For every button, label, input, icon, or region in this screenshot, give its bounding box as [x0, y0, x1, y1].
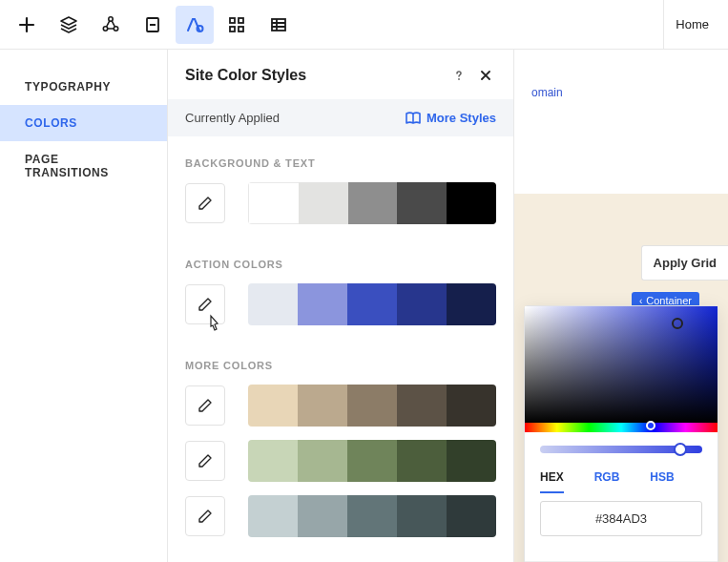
action-swatches[interactable]	[248, 283, 496, 325]
swatch[interactable]	[397, 495, 447, 537]
layers-tool[interactable]	[50, 6, 88, 44]
tab-rgb[interactable]: RGB	[594, 470, 620, 493]
bgtext-swatches[interactable]	[248, 182, 496, 224]
color-field[interactable]	[525, 306, 718, 423]
color-styles-panel: Site Color Styles Currently Applied More…	[168, 50, 514, 562]
more-swatches-1[interactable]	[248, 385, 496, 427]
tab-label: RGB	[594, 470, 620, 484]
svg-rect-7	[239, 18, 243, 23]
page-tool[interactable]	[134, 6, 172, 44]
opacity-slider[interactable]	[540, 446, 702, 453]
swatch[interactable]	[397, 385, 447, 427]
edit-more-3-button[interactable]	[185, 496, 225, 536]
more-styles-label: More Styles	[426, 111, 496, 125]
nav-item-label: TYPOGRAPHY	[25, 80, 111, 94]
swatch[interactable]	[248, 440, 298, 482]
nav-colors[interactable]: COLORS	[0, 105, 167, 141]
apply-grid-label: Apply Grid	[654, 256, 717, 270]
domain-link[interactable]: omain	[531, 86, 563, 99]
swatch[interactable]	[348, 182, 398, 224]
svg-rect-4	[150, 24, 156, 26]
swatch[interactable]	[347, 385, 397, 427]
swatch[interactable]	[298, 440, 347, 482]
swatch[interactable]	[298, 283, 347, 325]
swatch[interactable]	[298, 385, 347, 427]
edit-more-2-button[interactable]	[185, 441, 225, 481]
more-swatches-2[interactable]	[248, 440, 496, 482]
svg-rect-8	[230, 27, 235, 31]
home-link[interactable]: Home	[663, 0, 720, 49]
svg-point-0	[109, 16, 113, 20]
color-picker-popover: HEX RGB HSB Cancel Apply	[524, 305, 718, 562]
canvas-area: omain Apply Grid ‹ Container HEX RG	[514, 50, 728, 562]
swatch[interactable]	[347, 440, 397, 482]
swatch[interactable]	[447, 182, 496, 224]
book-icon	[406, 112, 421, 125]
svg-rect-9	[239, 27, 243, 31]
more-swatches-3[interactable]	[248, 495, 496, 537]
svg-rect-10	[272, 19, 285, 31]
top-toolbar: Home	[0, 0, 728, 50]
swatch[interactable]	[347, 283, 397, 325]
edit-bgtext-button[interactable]	[185, 183, 225, 223]
swatch[interactable]	[447, 385, 496, 427]
svg-point-11	[458, 78, 460, 80]
home-label: Home	[676, 17, 709, 31]
section-title-bgtext: BACKGROUND & TEXT	[185, 157, 496, 169]
tab-label: HEX	[540, 470, 564, 484]
table-tool[interactable]	[260, 6, 298, 44]
swatch[interactable]	[248, 182, 299, 224]
swatch[interactable]	[299, 182, 348, 224]
share-tool[interactable]	[92, 6, 130, 44]
more-styles-link[interactable]: More Styles	[406, 111, 496, 125]
svg-rect-6	[230, 18, 235, 23]
nav-typography[interactable]: TYPOGRAPHY	[0, 69, 167, 105]
apps-tool[interactable]	[218, 6, 256, 44]
svg-point-2	[114, 26, 117, 30]
svg-point-1	[103, 26, 107, 30]
chevron-left-icon: ‹	[639, 296, 642, 306]
swatch[interactable]	[347, 495, 397, 537]
style-categories-nav: TYPOGRAPHY COLORS PAGE TRANSITIONS	[0, 50, 168, 562]
section-title-more: MORE COLORS	[185, 360, 496, 371]
hue-handle[interactable]	[646, 421, 655, 430]
swatch[interactable]	[397, 283, 447, 325]
opacity-handle[interactable]	[674, 443, 687, 456]
color-field-handle[interactable]	[672, 318, 683, 329]
hue-slider[interactable]	[525, 423, 718, 432]
styles-tool[interactable]	[176, 6, 214, 44]
svg-point-5	[198, 26, 203, 31]
panel-title: Site Color Styles	[185, 67, 443, 84]
tab-hex[interactable]: HEX	[540, 470, 564, 493]
apply-grid-button[interactable]: Apply Grid	[641, 245, 728, 281]
swatch[interactable]	[447, 440, 496, 482]
swatch[interactable]	[447, 495, 496, 537]
edit-action-button[interactable]	[185, 284, 225, 324]
swatch[interactable]	[447, 283, 496, 325]
add-tool[interactable]	[8, 6, 46, 44]
help-icon[interactable]	[448, 65, 469, 86]
swatch[interactable]	[397, 182, 447, 224]
section-title-action: ACTION COLORS	[185, 259, 496, 270]
swatch[interactable]	[248, 385, 298, 427]
nav-item-label: COLORS	[25, 116, 77, 130]
swatch[interactable]	[298, 495, 347, 537]
nav-item-label: PAGE TRANSITIONS	[25, 153, 109, 179]
tab-label: HSB	[650, 470, 674, 484]
tab-hsb[interactable]: HSB	[650, 470, 674, 493]
close-icon[interactable]	[475, 65, 496, 86]
swatch[interactable]	[248, 283, 298, 325]
swatch[interactable]	[248, 495, 298, 537]
nav-page-transitions[interactable]: PAGE TRANSITIONS	[0, 141, 167, 191]
applied-label: Currently Applied	[185, 111, 406, 125]
hex-input[interactable]	[540, 501, 702, 536]
edit-more-1-button[interactable]	[185, 385, 225, 426]
swatch[interactable]	[397, 440, 447, 482]
